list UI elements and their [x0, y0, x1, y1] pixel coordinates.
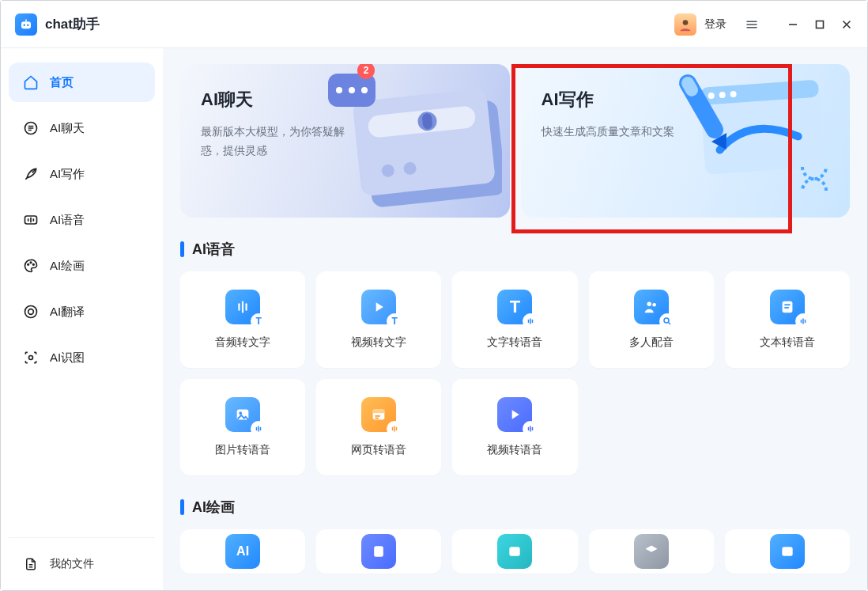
feature-video-to-speech[interactable]: 视频转语音: [452, 379, 577, 475]
titlebar-right: 登录: [674, 13, 859, 36]
feature-video-to-text[interactable]: T 视频转文字: [316, 271, 441, 368]
sidebar-footer-label: 我的文件: [50, 557, 94, 571]
feature-image-to-speech[interactable]: 图片转语音: [180, 379, 305, 475]
svg-point-45: [647, 302, 651, 307]
feature-icon-play: [497, 397, 532, 432]
svg-rect-61: [373, 410, 385, 414]
section-paint-title: AI绘画: [192, 498, 235, 517]
window-maximize-button[interactable]: [807, 13, 832, 36]
content-area[interactable]: AI聊天 最新版本大模型，为你答疑解惑，提供灵感: [163, 48, 867, 590]
feature-icon-waveform: T: [225, 290, 260, 324]
palette-icon: [23, 258, 39, 274]
hero-write-title: AI写作: [542, 88, 830, 112]
svg-rect-51: [784, 307, 789, 309]
paint-feature-grid: AI: [180, 529, 850, 574]
sidebar-item-paint[interactable]: AI绘画: [9, 246, 155, 286]
sidebar: 首页 AI聊天 AI写作: [1, 48, 163, 590]
sidebar-item-home[interactable]: 首页: [9, 63, 155, 102]
feature-icon-play: T: [361, 290, 396, 324]
chat-icon: [23, 120, 39, 136]
sidebar-item-label: AI聊天: [50, 121, 85, 136]
svg-rect-50: [784, 304, 790, 305]
sidebar-item-vision[interactable]: AI识图: [9, 338, 155, 377]
scan-icon: [23, 350, 39, 366]
translate-icon: [23, 304, 39, 320]
feature-paint-3[interactable]: [452, 529, 577, 574]
svg-point-14: [28, 264, 29, 266]
feature-label: 音频转文字: [215, 335, 270, 350]
hero-card-write[interactable]: AI写作 快速生成高质量文章和文案: [521, 64, 851, 218]
window-close-button[interactable]: [834, 13, 859, 36]
feature-multi-dub[interactable]: 多人配音: [589, 271, 714, 368]
sidebar-item-write[interactable]: AI写作: [9, 154, 155, 194]
svg-point-26: [402, 161, 417, 176]
voice-feature-grid: T 音频转文字 T 视频转文字 T: [180, 271, 850, 475]
svg-rect-1: [25, 19, 27, 21]
svg-point-18: [28, 309, 34, 315]
svg-line-48: [668, 323, 670, 325]
feature-icon-doc: [361, 534, 396, 569]
feature-icon-web: [361, 397, 396, 432]
section-bar-icon: [180, 241, 184, 257]
feature-icon-people: [634, 290, 669, 324]
sidebar-footer: 我的文件: [9, 537, 155, 581]
section-voice: AI语音 T 音频转文字 T: [180, 240, 850, 475]
sidebar-item-chat[interactable]: AI聊天: [9, 108, 155, 148]
hero-chat-badge: 2: [363, 65, 368, 76]
sidebar-item-translate[interactable]: AI翻译: [9, 292, 155, 331]
svg-point-23: [417, 111, 437, 131]
hero-chat-subtitle: 最新版本大模型，为你答疑解惑，提供灵感: [201, 123, 359, 161]
section-bar-icon: [180, 499, 184, 515]
feature-audio-to-text[interactable]: T 音频转文字: [180, 271, 305, 368]
feature-label: 视频转语音: [487, 443, 542, 457]
svg-rect-62: [376, 415, 380, 417]
sidebar-item-label: AI识图: [50, 350, 85, 366]
feature-paint-2[interactable]: [316, 529, 441, 574]
section-paint-head: AI绘画: [180, 498, 850, 517]
section-voice-title: AI语音: [192, 240, 235, 259]
hero-chat-title: AI聊天: [201, 88, 489, 112]
titlebar-left: chat助手: [15, 13, 100, 36]
hero-card-chat[interactable]: AI聊天 最新版本大模型，为你答疑解惑，提供灵感: [180, 64, 510, 218]
login-label: 登录: [704, 17, 726, 32]
sidebar-item-voice[interactable]: AI语音: [9, 200, 155, 240]
feature-icon-t: T: [497, 290, 532, 324]
svg-point-25: [380, 164, 394, 178]
sidebar-nav: 首页 AI聊天 AI写作: [9, 63, 155, 377]
svg-point-15: [30, 262, 32, 263]
svg-rect-71: [510, 547, 520, 556]
section-voice-head: AI语音: [180, 240, 850, 259]
badge-t-icon: T: [387, 313, 402, 329]
feature-label: 多人配音: [629, 335, 674, 350]
feature-icon-ai: AI: [225, 534, 260, 569]
feature-label: 视频转文字: [351, 335, 406, 350]
svg-point-56: [240, 411, 243, 415]
feature-label: 文字转语音: [487, 335, 542, 350]
feature-paint-4[interactable]: [589, 529, 714, 574]
badge-t-icon: T: [251, 313, 266, 329]
sidebar-item-myfiles[interactable]: 我的文件: [9, 547, 155, 581]
avatar-icon: [674, 13, 696, 36]
svg-rect-70: [374, 546, 383, 556]
feature-doc-to-speech[interactable]: 文本转语音: [725, 271, 850, 368]
sidebar-item-label: 首页: [50, 75, 74, 90]
menu-button[interactable]: [741, 13, 763, 36]
app-title: chat助手: [45, 15, 100, 33]
svg-rect-20: [363, 100, 502, 208]
sidebar-item-label: AI写作: [50, 167, 85, 182]
feature-web-to-speech[interactable]: 网页转语音: [316, 379, 441, 475]
badge-wave-icon: [523, 421, 538, 437]
svg-point-4: [683, 20, 689, 25]
feature-paint-1[interactable]: AI: [180, 529, 305, 574]
badge-wave-icon: [523, 313, 538, 329]
app-window: chat助手 登录: [0, 0, 868, 591]
login-button[interactable]: 登录: [674, 13, 726, 36]
svg-point-19: [29, 356, 33, 360]
svg-point-47: [664, 318, 669, 323]
feature-paint-5[interactable]: [725, 529, 850, 574]
window-minimize-button[interactable]: [780, 13, 806, 36]
feature-text-to-speech[interactable]: T 文字转语音: [452, 271, 577, 368]
svg-point-46: [652, 303, 656, 307]
svg-point-31: [357, 64, 375, 79]
svg-point-16: [33, 264, 35, 266]
